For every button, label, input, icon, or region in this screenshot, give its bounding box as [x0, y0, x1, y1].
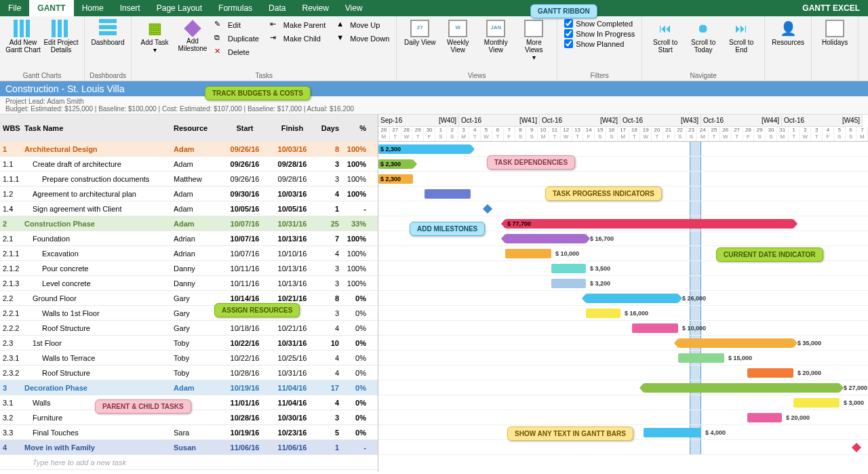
gantt-bar[interactable]	[425, 189, 471, 199]
add-milestone-button[interactable]: Add Milestone	[174, 18, 212, 54]
task-pane: WBS Task Name Resource Start Finish Days…	[0, 115, 378, 472]
scroll-end-button[interactable]: ⏭Scroll to End	[722, 18, 760, 55]
gantt-pane: Sep-16[W40]Oct-16[W41]Oct-16[W42]Oct-16[…	[378, 115, 868, 472]
menu-tab-home[interactable]: Home	[74, 0, 112, 16]
settings-button[interactable]: Settings	[863, 18, 868, 47]
gantt-bar[interactable]: $ 3,500	[551, 264, 586, 273]
move-down-button[interactable]: ▼Move Down	[334, 32, 392, 45]
gantt-bar[interactable]: $ 4,000	[644, 428, 701, 437]
indent-icon: ⇥	[270, 33, 281, 44]
menu-bar: FileGANTTHomeInsertPage LayoutFormulasDa…	[0, 0, 868, 16]
add-task-button[interactable]: ▦Add Task▾	[136, 18, 174, 55]
weekly-view-button[interactable]: Weekly View	[439, 18, 477, 55]
delete-task-button[interactable]: ✕Delete	[212, 45, 262, 59]
project-title: Construction - St. Louis Villa	[0, 81, 868, 96]
task-row[interactable]: 2.1.3Level concreteDanny10/11/1610/13/16…	[0, 276, 378, 291]
task-row[interactable]: 1.1.1Prepare construction documentsMatth…	[0, 172, 378, 186]
task-row[interactable]: 2.1.2Pour concreteDanny10/11/1610/13/163…	[0, 261, 378, 276]
move-up-button[interactable]: ▲Move Up	[334, 18, 392, 32]
task-row[interactable]: 2.1.1ExcavationAdrian10/07/1610/10/16410…	[0, 246, 378, 261]
project-meta: Project Lead: Adam Smith Budget: Estimat…	[0, 96, 868, 115]
gantt-row: $ 15,000	[378, 351, 868, 366]
resources-button[interactable]: 👤Resources	[769, 18, 807, 47]
show-planned-checkbox[interactable]: Show Planned	[561, 39, 637, 49]
task-row[interactable]: 2.3.1Walls to TerraceToby10/22/1610/25/1…	[0, 351, 378, 366]
task-row[interactable]: 1.4Sign agreement with ClientAdam10/05/1…	[0, 201, 378, 216]
person-icon: 👤	[778, 20, 797, 37]
gantt-row: $ 3,500	[378, 261, 868, 276]
project-lead: Project Lead: Adam Smith	[5, 98, 384, 105]
gantt-bar[interactable]: $ 27,000	[644, 383, 840, 393]
gantt-bar[interactable]: $ 16,000	[586, 309, 620, 318]
menu-tab-formulas[interactable]: Formulas	[210, 0, 260, 16]
callout-current-date: CURRENT DATE INDICATOR	[716, 248, 823, 262]
add-new-gantt-button[interactable]: Add New Gantt Chart	[4, 18, 42, 55]
gantt-bar[interactable]: $ 2,300	[378, 144, 471, 154]
up-icon: ▲	[336, 20, 347, 31]
menu-tab-insert[interactable]: Insert	[112, 0, 149, 16]
gantt-bar[interactable]: $ 20,000	[747, 413, 782, 422]
callout-parent-child: PARENT & CHILD TASKS	[95, 399, 191, 414]
scroll-start-button[interactable]: ⏮Scroll to Start	[646, 18, 684, 55]
task-row[interactable]: 1.2Agreement to architectural planAdam09…	[0, 186, 378, 201]
ribbon-group-filters: Show Completed Show In Progress Show Pla…	[557, 16, 642, 81]
task-row[interactable]: 2Construction PhaseAdam10/07/1610/31/162…	[0, 216, 378, 231]
task-row[interactable]: 2.2Ground FloorGary10/14/1610/21/1680%	[0, 291, 378, 306]
gantt-bar[interactable]: $ 77,700	[505, 219, 793, 229]
milestone-diamond[interactable]	[483, 204, 492, 214]
gantt-bar[interactable]: $ 3,000	[793, 398, 840, 408]
task-row[interactable]: 2.3.2Roof StructureToby10/28/1610/31/164…	[0, 366, 378, 380]
more-views-button[interactable]: More Views▾	[515, 18, 553, 62]
ribbon-group-holidays: Holidays	[812, 16, 859, 81]
gantt-row: $ 26,000	[378, 291, 868, 306]
gantt-bar[interactable]: $ 10,000	[632, 323, 678, 333]
dashboard-button[interactable]: Dashboard	[89, 18, 127, 47]
show-completed-checkbox[interactable]: Show Completed	[561, 18, 637, 28]
daily-view-button[interactable]: Daily View	[401, 18, 439, 47]
milestone-diamond[interactable]	[852, 443, 861, 452]
task-row[interactable]: 2.2.1Walls to 1st FloorGary30%	[0, 306, 378, 321]
make-parent-button[interactable]: ⇤Make Parent	[267, 18, 328, 32]
menu-tab-gantt[interactable]: GANTT	[29, 0, 73, 16]
task-row[interactable]: 3.3Final TouchesSara10/19/1610/23/1650%	[0, 425, 378, 440]
task-row[interactable]: 2.1FoundationAdrian10/07/1610/13/167100%	[0, 231, 378, 246]
gantt-row: $ 35,000	[378, 336, 868, 351]
duplicate-task-button[interactable]: ⧉Duplicate	[212, 32, 262, 45]
make-child-button[interactable]: ⇥Make Child	[267, 32, 328, 45]
holidays-button[interactable]: Holidays	[816, 18, 854, 47]
menu-tab-page-layout[interactable]: Page Layout	[149, 0, 210, 16]
gantt-row: $ 3,200	[378, 276, 868, 291]
edit-task-button[interactable]: ✎Edit	[212, 18, 262, 32]
gantt-bar[interactable]: $ 2,300	[378, 174, 413, 184]
menu-tab-data[interactable]: Data	[260, 0, 294, 16]
task-row[interactable]: 1Architectural DesignAdam09/26/1610/03/1…	[0, 142, 378, 157]
menu-tab-view[interactable]: View	[337, 0, 371, 16]
show-inprogress-checkbox[interactable]: Show In Progress	[561, 28, 637, 39]
gantt-row: $ 3,000	[378, 395, 868, 410]
scroll-today-button[interactable]: ⏺Scroll to Today	[684, 18, 722, 55]
edit-project-button[interactable]: Edit Project Details	[42, 18, 80, 55]
gantt-bar[interactable]: $ 2,300	[378, 159, 413, 169]
gantt-bar[interactable]: $ 10,000	[505, 249, 551, 258]
task-row[interactable]: 2.31st FloorToby10/22/1610/31/16100%	[0, 336, 378, 351]
callout-assign-resources: ASSIGN RESOURCES	[214, 303, 300, 317]
monthly-view-button[interactable]: Monthly View	[477, 18, 515, 55]
gantt-bar[interactable]: $ 3,200	[551, 279, 586, 288]
gantt-bar[interactable]: $ 15,000	[678, 353, 724, 363]
callout-show-text: SHOW ANY TEXT IN GANTT BARS	[507, 427, 633, 441]
task-row[interactable]: 4Move in with FamilySusan11/06/1611/06/1…	[0, 440, 378, 455]
task-row[interactable]: 3Decoration PhaseAdam10/19/1611/04/16170…	[0, 380, 378, 395]
task-row[interactable]: 2.2.2Roof StructureGary10/18/1610/21/164…	[0, 321, 378, 336]
menu-tab-file[interactable]: File	[0, 0, 29, 16]
task-row[interactable]: 1.1Create draft of architectureAdam09/26…	[0, 157, 378, 172]
gantt-bar[interactable]: $ 35,000	[678, 338, 793, 348]
forward-icon: ⏭	[732, 20, 751, 37]
ribbon-group-resources: 👤Resources	[765, 16, 812, 81]
gantt-bar[interactable]: $ 16,700	[505, 234, 586, 243]
new-task-row[interactable]: Type here to add a new task	[0, 455, 378, 470]
timeline-header: Sep-16[W40]Oct-16[W41]Oct-16[W42]Oct-16[…	[378, 115, 868, 142]
brand: GANTT EXCEL	[794, 3, 868, 13]
gantt-bar[interactable]: $ 26,000	[586, 294, 678, 303]
menu-tab-review[interactable]: Review	[294, 0, 336, 16]
gantt-bar[interactable]: $ 20,000	[747, 368, 793, 378]
